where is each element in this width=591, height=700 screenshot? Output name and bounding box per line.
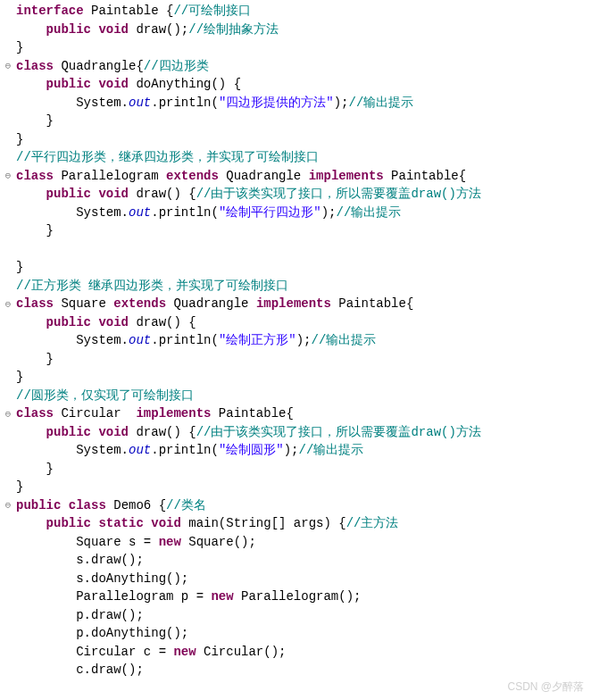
code-line: } [16, 478, 591, 496]
code-token: class [16, 169, 54, 183]
fold-mark [0, 331, 16, 350]
code-line: public static void main(String[] args) {… [16, 514, 591, 533]
code-token: public class [16, 498, 106, 512]
fold-mark [0, 21, 16, 39]
fold-mark [0, 514, 16, 533]
code-token: //由于该类实现了接口，所以需要覆盖draw()方法 [196, 425, 481, 439]
code-token: Circular c = [16, 645, 173, 659]
code-token: "绘制平行四边形" [219, 205, 321, 220]
code-token: } [16, 132, 23, 146]
code-token: //圆形类，仅实现了可绘制接口 [16, 388, 194, 403]
code-line: //圆形类，仅实现了可绘制接口 [16, 387, 591, 405]
code-token: public static void [46, 516, 181, 530]
fold-mark [0, 606, 16, 625]
fold-mark[interactable]: ⊖ [0, 496, 16, 515]
code-token: Circular(); [196, 645, 287, 659]
code-token: implements [136, 406, 211, 421]
code-token: s.doAnything(); [16, 571, 188, 586]
code-token: Circular [54, 406, 136, 421]
code-token: draw(); [129, 22, 188, 37]
code-line: } [16, 38, 591, 57]
code-token: //输出提示 [337, 205, 402, 220]
code-token: draw() { [129, 425, 196, 439]
fold-mark[interactable]: ⊖ [0, 404, 16, 423]
code-token: c.draw(); [16, 662, 144, 677]
code-token: public void [46, 22, 129, 37]
code-line: } [16, 130, 591, 149]
code-token: System. [16, 443, 129, 457]
code-editor: ⊖⊖⊖⊖⊖ interface Paintable {//可绘制接口 publi… [0, 0, 591, 700]
code-token: } [16, 113, 54, 128]
code-token: Square s = [16, 535, 159, 549]
code-token: ); [321, 205, 337, 220]
fold-mark [0, 148, 16, 167]
code-token: //类名 [166, 498, 206, 512]
code-token: //可绘制接口 [173, 4, 251, 18]
code-token: "绘制正方形" [219, 333, 296, 347]
fold-mark [0, 423, 16, 442]
code-line: p.doAnything(); [16, 624, 591, 643]
code-token: .println( [151, 205, 219, 220]
code-line: public void draw() {//由于该类实现了接口，所以需要覆盖dr… [16, 185, 591, 204]
fold-mark [0, 624, 16, 643]
code-token: out [129, 333, 151, 347]
fold-mark [0, 570, 16, 588]
fold-mark[interactable]: ⊖ [0, 57, 16, 76]
code-token: out [129, 205, 151, 220]
code-token: System. [16, 96, 129, 110]
fold-mark [0, 221, 16, 240]
code-line: Circular c = new Circular(); [16, 643, 591, 662]
code-line: } [16, 221, 591, 240]
code-token: } [16, 479, 23, 494]
code-token: //四边形类 [144, 59, 209, 73]
code-line: System.out.println("绘制平行四边形");//输出提示 [16, 204, 591, 222]
code-line: //正方形类 继承四边形类，并实现了可绘制接口 [16, 277, 591, 296]
watermark: CSDN @夕醉落 [507, 679, 584, 695]
fold-mark [0, 313, 16, 332]
code-token: p.doAnything(); [16, 626, 188, 640]
code-line: Square s = new Square(); [16, 533, 591, 552]
code-token: //主方法 [346, 516, 399, 530]
code-token: } [16, 260, 23, 274]
code-line [16, 240, 591, 259]
code-token: //由于该类实现了接口，所以需要覆盖draw()方法 [196, 187, 481, 201]
code-line: s.draw(); [16, 551, 591, 570]
fold-mark[interactable]: ⊖ [0, 167, 16, 186]
code-line: public void doAnything() { [16, 75, 591, 94]
fold-mark [0, 588, 16, 606]
fold-mark [0, 130, 16, 149]
code-token: //输出提示 [312, 333, 377, 347]
fold-mark[interactable]: ⊖ [0, 295, 16, 313]
code-token: //绘制抽象方法 [188, 22, 279, 37]
code-token: s.draw(); [16, 553, 144, 567]
code-token: interface [16, 4, 84, 18]
code-line: public void draw();//绘制抽象方法 [16, 21, 591, 39]
code-token: doAnything() { [129, 77, 241, 91]
code-token [16, 425, 46, 439]
code-token: Parallelogram p = [16, 589, 211, 604]
code-token: .println( [151, 96, 219, 110]
code-line: class Parallelogram extends Quadrangle i… [16, 167, 591, 186]
fold-mark [0, 94, 16, 112]
fold-mark [0, 460, 16, 479]
code-line: public void draw() { [16, 313, 591, 332]
code-token: Paintable{ [384, 169, 466, 183]
fold-mark [0, 441, 16, 460]
code-token: main(String[] args) { [181, 516, 346, 530]
code-token: new [211, 589, 233, 604]
code-line: //平行四边形类，继承四边形类，并实现了可绘制接口 [16, 148, 591, 167]
fold-mark [0, 38, 16, 57]
code-token: Quadrangle [166, 296, 256, 311]
code-line: class Circular implements Paintable{ [16, 404, 591, 423]
code-token: class [16, 296, 54, 311]
fold-mark [0, 661, 16, 679]
code-token: .println( [151, 333, 219, 347]
fold-mark [0, 277, 16, 296]
fold-mark [0, 533, 16, 552]
code-line: } [16, 368, 591, 387]
code-token: implements [309, 169, 384, 183]
fold-mark [0, 387, 16, 405]
code-token: Demo6 { [106, 498, 166, 512]
fold-mark [0, 368, 16, 387]
code-area: interface Paintable {//可绘制接口 public void… [16, 0, 591, 700]
